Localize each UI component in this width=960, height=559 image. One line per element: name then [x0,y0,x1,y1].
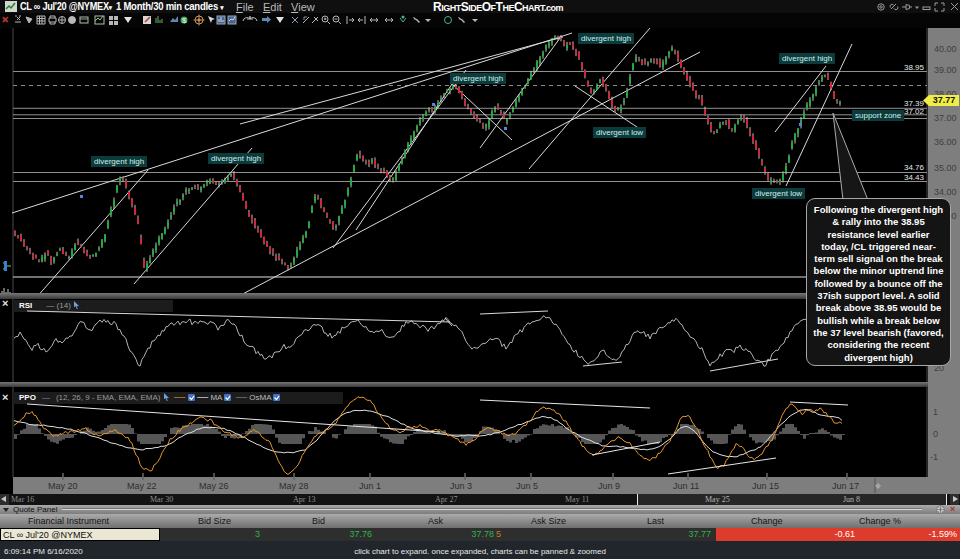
svg-text:$: $ [182,16,187,25]
